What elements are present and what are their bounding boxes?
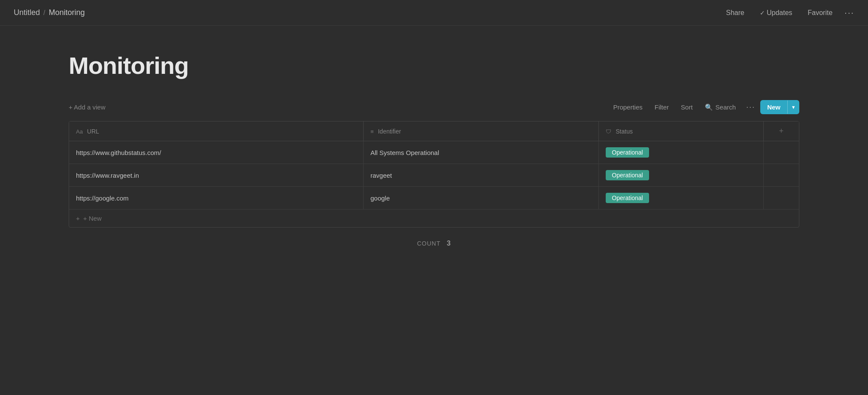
col-label-url: URL xyxy=(87,128,99,135)
count-row: COUNT 3 xyxy=(69,228,799,259)
share-button[interactable]: Share xyxy=(722,7,748,18)
cell-add-2 xyxy=(764,164,799,187)
cell-status-1: Operational xyxy=(599,141,764,164)
count-value: 3 xyxy=(447,240,451,247)
cell-add-3 xyxy=(764,187,799,210)
main-content: Monitoring + Add a view Properties Filte… xyxy=(0,26,868,259)
cell-identifier-3[interactable]: google xyxy=(363,187,598,210)
search-button[interactable]: 🔍 Search xyxy=(700,101,741,114)
status-badge: Operational xyxy=(606,193,649,203)
breadcrumb-untitled[interactable]: Untitled xyxy=(14,8,40,17)
new-button-group: New ▾ xyxy=(760,100,799,114)
properties-button[interactable]: Properties xyxy=(608,101,647,113)
top-bar: Untitled / Monitoring Share ✓ Updates Fa… xyxy=(0,0,868,26)
add-view-button[interactable]: + Add a view xyxy=(69,103,105,111)
cell-status-2: Operational xyxy=(599,164,764,187)
page-title: Monitoring xyxy=(69,52,799,79)
plus-icon: + xyxy=(76,215,80,222)
new-dropdown-button[interactable]: ▾ xyxy=(787,100,799,114)
toolbar-more-button[interactable]: ··· xyxy=(743,100,759,114)
more-options-button[interactable]: ··· xyxy=(844,8,854,18)
table-row: https://www.githubstatus.com/ All System… xyxy=(69,141,799,164)
updates-button[interactable]: ✓ Updates xyxy=(756,7,796,18)
status-col-icon: 🛡 xyxy=(606,128,611,135)
col-label-status: Status xyxy=(616,128,633,135)
col-header-identifier: ≡ Identifier xyxy=(363,122,598,141)
cell-url-3[interactable]: https://google.com xyxy=(69,187,363,210)
cell-add-1 xyxy=(764,141,799,164)
checkmark-icon: ✓ xyxy=(760,9,765,16)
col-header-url: Aa URL xyxy=(69,122,363,141)
breadcrumb-current: Monitoring xyxy=(49,8,85,17)
status-badge: Operational xyxy=(606,170,649,180)
count-label: COUNT xyxy=(417,240,440,247)
search-icon: 🔍 xyxy=(705,103,713,111)
col-label-identifier: Identifier xyxy=(378,128,401,135)
new-row-label: + New xyxy=(83,215,102,222)
sort-button[interactable]: Sort xyxy=(676,101,698,113)
table-header-row: Aa URL ≡ Identifier 🛡 Status + xyxy=(69,122,799,141)
table-row: https://google.com google Operational xyxy=(69,187,799,210)
toolbar-right: Properties Filter Sort 🔍 Search ··· New … xyxy=(608,100,799,114)
col-header-add[interactable]: + xyxy=(764,122,799,141)
identifier-col-icon: ≡ xyxy=(370,128,374,135)
cell-status-3: Operational xyxy=(599,187,764,210)
url-col-icon: Aa xyxy=(76,128,83,135)
header-actions: Share ✓ Updates Favorite ··· xyxy=(722,7,854,18)
search-label: Search xyxy=(716,103,736,111)
updates-label: Updates xyxy=(767,9,792,17)
add-new-row-button[interactable]: + + New xyxy=(69,209,799,227)
col-header-status: 🛡 Status xyxy=(599,122,764,141)
monitoring-table: Aa URL ≡ Identifier 🛡 Status + h xyxy=(69,122,799,209)
cell-url-2[interactable]: https://www.ravgeet.in xyxy=(69,164,363,187)
breadcrumb-separator: / xyxy=(43,9,45,17)
status-badge: Operational xyxy=(606,147,649,158)
cell-identifier-2[interactable]: ravgeet xyxy=(363,164,598,187)
cell-url-1[interactable]: https://www.githubstatus.com/ xyxy=(69,141,363,164)
data-table: Aa URL ≡ Identifier 🛡 Status + h xyxy=(69,121,799,228)
filter-button[interactable]: Filter xyxy=(649,101,674,113)
toolbar: + Add a view Properties Filter Sort 🔍 Se… xyxy=(69,100,799,114)
favorite-button[interactable]: Favorite xyxy=(804,7,836,18)
breadcrumb: Untitled / Monitoring xyxy=(14,8,85,17)
new-main-button[interactable]: New xyxy=(760,100,787,114)
cell-identifier-1[interactable]: All Systems Operational xyxy=(363,141,598,164)
table-row: https://www.ravgeet.in ravgeet Operation… xyxy=(69,164,799,187)
